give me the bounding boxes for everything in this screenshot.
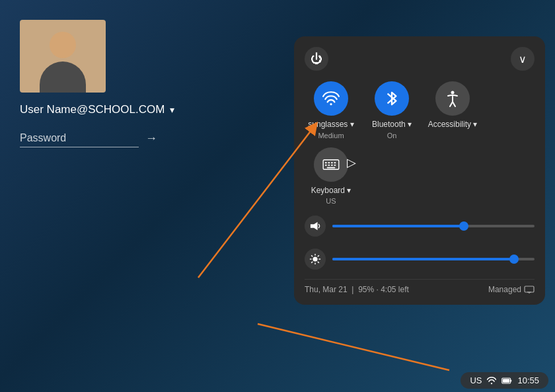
svg-point-16 [313,257,317,262]
tiles-row-1: sunglasses ▾ Medium Bluetooth ▾ On [305,81,535,139]
submit-button[interactable]: → [145,132,157,145]
brightness-slider-row [305,246,535,272]
wifi-sublabel: Medium [318,132,344,139]
bluetooth-label: Bluetooth ▾ [372,120,412,130]
volume-icon [309,221,321,231]
taskbar-locale: US [470,375,482,385]
panel-header: ⏻ ∨ [305,47,535,71]
panel-footer: Thu, Mar 21 | 95% · 4:05 left Managed [305,279,535,294]
bluetooth-tile[interactable]: Bluetooth ▾ On [365,81,418,139]
svg-rect-7 [328,162,330,163]
user-email-row: User Name@SCHOOL.COM ▾ [20,103,174,116]
svg-line-4 [453,102,455,106]
taskbar-wifi-icon [487,377,496,385]
volume-icon-bg [305,216,326,237]
battery-status: 95% · 4:05 left [358,285,409,294]
svg-marker-15 [311,222,318,230]
svg-rect-34 [503,379,509,383]
brightness-fill [332,258,514,260]
svg-rect-25 [525,286,534,292]
cursor: ▷ [347,155,356,170]
power-button[interactable]: ⏻ [305,47,328,71]
svg-point-0 [330,103,332,105]
wifi-tile[interactable]: sunglasses ▾ Medium [305,81,357,139]
svg-rect-8 [331,162,333,163]
wifi-icon-bg [314,81,348,116]
password-input[interactable] [20,130,139,147]
collapse-icon: ∨ [519,53,527,65]
quick-settings-panel: ⏻ ∨ sunglasses ▾ Medium [294,36,545,305]
managed-label: Managed [488,285,521,294]
accessibility-tile[interactable]: Accessibility ▾ [426,81,479,139]
svg-rect-33 [511,379,512,381]
taskbar-battery-icon [501,377,512,385]
svg-line-23 [318,255,319,256]
accessibility-icon [445,90,461,107]
user-email: User Name@SCHOOL.COM [20,103,165,116]
volume-track[interactable] [332,225,535,227]
svg-rect-13 [334,165,336,166]
taskbar-time: 10:55 [517,375,539,385]
taskbar: US 10:55 [461,372,548,389]
brightness-icon [309,253,321,265]
bluetooth-sublabel: On [387,132,397,139]
svg-line-3 [450,102,453,106]
accessibility-label: Accessibility ▾ [428,120,478,130]
svg-rect-12 [331,165,333,166]
svg-rect-14 [327,167,336,168]
svg-point-1 [451,91,455,95]
power-icon: ⏻ [311,52,322,66]
login-panel: User Name@SCHOOL.COM ▾ → [20,20,174,147]
footer-managed: Managed [488,285,535,294]
keyboard-sublabel: US [326,197,336,205]
footer-date: Thu, Mar 21 | 95% · 4:05 left [305,285,409,294]
brightness-thumb[interactable] [509,255,519,264]
volume-fill [332,225,464,227]
keyboard-label: Keyboard ▾ [311,186,352,196]
managed-icon [524,286,535,294]
password-row: → [20,130,174,147]
bluetooth-icon [385,90,399,107]
svg-line-24 [311,262,313,263]
avatar-head [50,32,76,58]
accessibility-icon-bg [435,81,470,116]
svg-rect-6 [325,162,327,163]
brightness-icon-bg [305,249,326,270]
svg-line-30 [258,324,449,370]
keyboard-icon-bg [314,147,348,182]
avatar-body [40,61,86,93]
volume-thumb[interactable] [459,221,468,231]
bluetooth-icon-bg [375,81,409,116]
svg-point-31 [491,382,492,383]
wifi-label: sunglasses ▾ [308,120,353,130]
svg-line-22 [318,262,319,263]
user-dropdown-arrow[interactable]: ▾ [170,104,174,115]
svg-rect-11 [328,165,330,166]
svg-line-21 [311,255,313,256]
avatar-figure [36,26,89,86]
volume-slider-row [305,213,535,239]
svg-rect-9 [334,162,336,163]
avatar [20,20,106,93]
svg-rect-10 [325,165,327,166]
brightness-track[interactable] [332,258,535,260]
collapse-button[interactable]: ∨ [511,47,535,71]
wifi-icon [322,91,340,106]
tiles-row-2: Keyboard ▾ US [305,147,535,206]
keyboard-icon [322,158,340,171]
